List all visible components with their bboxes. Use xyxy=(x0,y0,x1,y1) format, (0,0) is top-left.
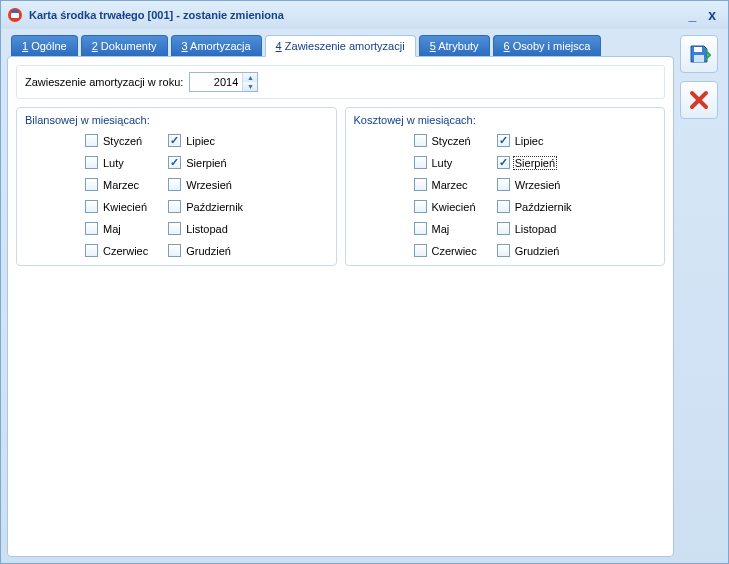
tab-ogolne[interactable]: 1 Ogólne xyxy=(11,35,78,57)
bilans-m8[interactable]: Sierpień xyxy=(168,156,243,169)
side-toolbar xyxy=(680,35,722,557)
close-x-icon xyxy=(688,89,710,111)
svg-rect-3 xyxy=(694,47,702,52)
checkbox-icon xyxy=(85,156,98,169)
koszt-m5[interactable]: Maj xyxy=(414,222,477,235)
checkbox-icon xyxy=(414,222,427,235)
checkbox-icon xyxy=(168,156,181,169)
koszt-m7[interactable]: Lipiec xyxy=(497,134,572,147)
bilans-m9[interactable]: Wrzesień xyxy=(168,178,243,191)
bilans-m10[interactable]: Październik xyxy=(168,200,243,213)
koszt-col-1: Styczeń Luty Marzec Kwiecień Maj Czerwie… xyxy=(414,134,477,257)
tab-amortyzacja[interactable]: 3 Amortyzacja xyxy=(171,35,262,57)
year-spin-buttons: ▲ ▼ xyxy=(242,73,257,91)
svg-rect-1 xyxy=(11,13,19,18)
tab-panel: Zawieszenie amortyzacji w roku: ▲ ▼ Bila… xyxy=(7,56,674,557)
checkbox-icon xyxy=(168,134,181,147)
bilans-m12[interactable]: Grudzień xyxy=(168,244,243,257)
checkbox-icon xyxy=(497,178,510,191)
koszt-m3[interactable]: Marzec xyxy=(414,178,477,191)
checkbox-icon xyxy=(414,134,427,147)
checkbox-icon xyxy=(497,156,510,169)
bilans-months: Styczeń Luty Marzec Kwiecień Maj Czerwie… xyxy=(25,134,328,257)
checkbox-icon xyxy=(497,134,510,147)
koszt-m9[interactable]: Wrzesień xyxy=(497,178,572,191)
checkbox-icon xyxy=(414,178,427,191)
koszt-m8[interactable]: Sierpień xyxy=(497,156,572,169)
save-disk-icon xyxy=(687,42,711,66)
bilans-m3[interactable]: Marzec xyxy=(85,178,148,191)
koszt-m6[interactable]: Czerwiec xyxy=(414,244,477,257)
month-groups: Bilansowej w miesiącach: Styczeń Luty Ma… xyxy=(16,107,665,266)
checkbox-icon xyxy=(85,244,98,257)
close-button[interactable]: x xyxy=(702,7,722,23)
svg-rect-4 xyxy=(694,55,704,62)
bilans-m1[interactable]: Styczeń xyxy=(85,134,148,147)
checkbox-icon xyxy=(414,244,427,257)
tab-bar: 1 Ogólne 2 Dokumenty 3 Amortyzacja 4 Zaw… xyxy=(7,35,674,57)
group-kosztowa: Kosztowej w miesiącach: Styczeń Luty Mar… xyxy=(345,107,666,266)
group-bilansowa: Bilansowej w miesiącach: Styczeń Luty Ma… xyxy=(16,107,337,266)
window-title: Karta środka trwałego [001] - zostanie z… xyxy=(29,9,682,21)
checkbox-icon xyxy=(168,222,181,235)
bilans-m11[interactable]: Listopad xyxy=(168,222,243,235)
koszt-m10[interactable]: Październik xyxy=(497,200,572,213)
bilans-col-1: Styczeń Luty Marzec Kwiecień Maj Czerwie… xyxy=(85,134,148,257)
bilans-col-2: Lipiec Sierpień Wrzesień Październik Lis… xyxy=(168,134,243,257)
tab-zawieszenie[interactable]: 4 Zawieszenie amortyzacji xyxy=(265,35,416,57)
app-window: Karta środka trwałego [001] - zostanie z… xyxy=(0,0,729,564)
year-input[interactable] xyxy=(190,73,242,91)
koszt-months: Styczeń Luty Marzec Kwiecień Maj Czerwie… xyxy=(354,134,657,257)
koszt-m1[interactable]: Styczeń xyxy=(414,134,477,147)
tab-dokumenty[interactable]: 2 Dokumenty xyxy=(81,35,168,57)
koszt-m4[interactable]: Kwiecień xyxy=(414,200,477,213)
main-column: 1 Ogólne 2 Dokumenty 3 Amortyzacja 4 Zaw… xyxy=(7,35,674,557)
cancel-button[interactable] xyxy=(680,81,718,119)
checkbox-icon xyxy=(85,178,98,191)
checkbox-icon xyxy=(414,200,427,213)
checkbox-icon xyxy=(497,200,510,213)
bilans-m6[interactable]: Czerwiec xyxy=(85,244,148,257)
checkbox-icon xyxy=(168,200,181,213)
checkbox-icon xyxy=(85,200,98,213)
workarea: 1 Ogólne 2 Dokumenty 3 Amortyzacja 4 Zaw… xyxy=(1,29,728,563)
koszt-m11[interactable]: Listopad xyxy=(497,222,572,235)
checkbox-icon xyxy=(497,222,510,235)
bilans-m4[interactable]: Kwiecień xyxy=(85,200,148,213)
group-bilansowa-title: Bilansowej w miesiącach: xyxy=(25,114,328,126)
group-kosztowa-title: Kosztowej w miesiącach: xyxy=(354,114,657,126)
checkbox-icon xyxy=(168,178,181,191)
minimize-button[interactable]: _ xyxy=(682,7,702,23)
koszt-m12[interactable]: Grudzień xyxy=(497,244,572,257)
koszt-col-2: Lipiec Sierpień Wrzesień Październik Lis… xyxy=(497,134,572,257)
tab-atrybuty[interactable]: 5 Atrybuty xyxy=(419,35,490,57)
app-icon xyxy=(7,7,23,23)
checkbox-icon xyxy=(85,222,98,235)
checkbox-icon xyxy=(497,244,510,257)
year-row: Zawieszenie amortyzacji w roku: ▲ ▼ xyxy=(16,65,665,99)
year-down-button[interactable]: ▼ xyxy=(243,82,257,91)
bilans-m5[interactable]: Maj xyxy=(85,222,148,235)
year-label: Zawieszenie amortyzacji w roku: xyxy=(25,76,183,88)
year-up-button[interactable]: ▲ xyxy=(243,73,257,82)
save-button[interactable] xyxy=(680,35,718,73)
year-spinner[interactable]: ▲ ▼ xyxy=(189,72,258,92)
svg-rect-2 xyxy=(12,10,18,13)
checkbox-icon xyxy=(168,244,181,257)
checkbox-icon xyxy=(414,156,427,169)
bilans-m7[interactable]: Lipiec xyxy=(168,134,243,147)
bilans-m2[interactable]: Luty xyxy=(85,156,148,169)
titlebar: Karta środka trwałego [001] - zostanie z… xyxy=(1,1,728,29)
tab-osoby[interactable]: 6 Osoby i miejsca xyxy=(493,35,602,57)
koszt-m2[interactable]: Luty xyxy=(414,156,477,169)
checkbox-icon xyxy=(85,134,98,147)
